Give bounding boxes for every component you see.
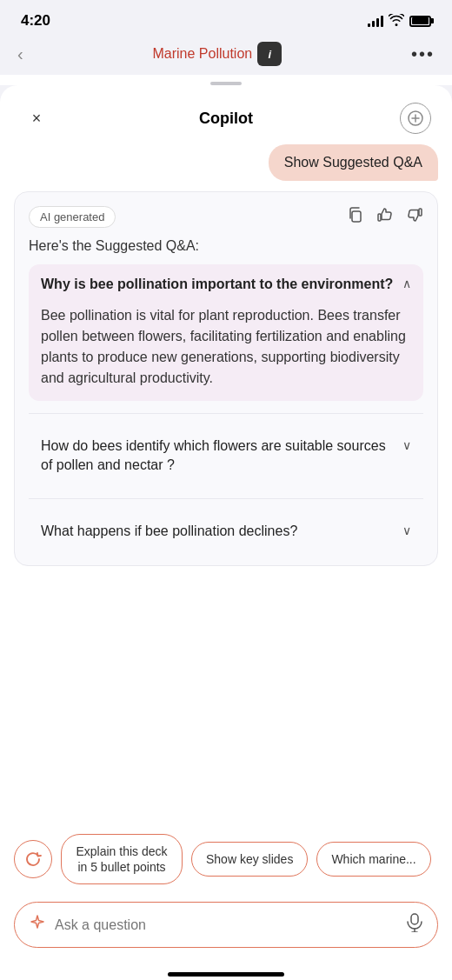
qa-item-3: What happens if bee pollination declines… bbox=[29, 511, 423, 551]
qa-question-text-1: Why is bee pollination important to the … bbox=[41, 275, 396, 294]
status-time: 4:20 bbox=[21, 12, 50, 30]
user-message-bubble: Show Suggested Q&A bbox=[269, 144, 438, 181]
qa-question-1[interactable]: Why is bee pollination important to the … bbox=[29, 264, 423, 304]
nav-bar: ‹ Marine Pollution i ••• bbox=[0, 35, 452, 75]
back-button[interactable]: ‹ bbox=[17, 44, 23, 64]
refresh-button[interactable] bbox=[14, 840, 52, 878]
panel-title: Copilot bbox=[199, 110, 253, 128]
status-icons bbox=[368, 14, 431, 29]
svg-rect-3 bbox=[352, 211, 361, 222]
suggestion-chip-1[interactable]: Explain this deck in 5 bullet points bbox=[61, 834, 183, 884]
qa-question-3[interactable]: What happens if bee pollination declines… bbox=[29, 511, 423, 551]
qa-divider-2 bbox=[29, 498, 423, 499]
thumbs-down-icon[interactable] bbox=[406, 206, 423, 228]
svg-rect-6 bbox=[411, 914, 418, 924]
nav-title-text: Marine Pollution bbox=[152, 46, 252, 62]
chat-area: Show Suggested Q&A AI generated bbox=[0, 144, 452, 825]
svg-rect-5 bbox=[419, 209, 422, 216]
input-area bbox=[0, 893, 452, 965]
ai-intro-text: Here's the Suggested Q&A: bbox=[29, 237, 423, 256]
qa-divider-1 bbox=[29, 413, 423, 414]
thumbs-up-icon[interactable] bbox=[376, 206, 394, 228]
qa-chevron-3: ∨ bbox=[402, 523, 411, 537]
panel-header: × Copilot bbox=[0, 85, 452, 144]
info-icon: i bbox=[268, 48, 271, 61]
suggestion-chip-3[interactable]: Which marine... bbox=[316, 842, 430, 877]
qa-item-1: Why is bee pollination important to the … bbox=[29, 264, 423, 400]
qa-item-2: How do bees identify which flowers are s… bbox=[29, 426, 423, 486]
nav-title-icon: i bbox=[257, 42, 282, 66]
phone-frame: 4:20 ‹ Marine Po bbox=[0, 0, 452, 980]
microphone-button[interactable] bbox=[406, 913, 423, 937]
new-chat-button[interactable] bbox=[400, 103, 431, 134]
qa-chevron-2: ∨ bbox=[402, 438, 411, 452]
copy-icon[interactable] bbox=[347, 206, 364, 228]
wifi-icon bbox=[389, 14, 404, 29]
ai-card-header: AI generated bbox=[29, 206, 423, 228]
signal-icon bbox=[368, 15, 383, 27]
qa-question-2[interactable]: How do bees identify which flowers are s… bbox=[29, 426, 423, 486]
sparkle-icon bbox=[29, 914, 46, 936]
close-button[interactable]: × bbox=[21, 103, 52, 134]
home-indicator bbox=[0, 965, 452, 980]
ask-question-input[interactable] bbox=[55, 917, 397, 933]
qa-question-text-3: What happens if bee pollination declines… bbox=[41, 522, 396, 541]
svg-rect-4 bbox=[378, 214, 381, 221]
suggestions-area: Explain this deck in 5 bullet points Sho… bbox=[0, 825, 452, 893]
suggestion-chip-2[interactable]: Show key slides bbox=[191, 842, 308, 877]
qa-answer-1: Bee pollination is vital for plant repro… bbox=[29, 305, 423, 401]
battery-icon bbox=[409, 16, 431, 27]
input-box bbox=[14, 902, 438, 948]
status-bar: 4:20 bbox=[0, 0, 452, 35]
qa-chevron-1: ∧ bbox=[402, 277, 411, 290]
main-panel: × Copilot Show Suggested Q&A AI generat bbox=[0, 85, 452, 980]
ai-response-card: AI generated bbox=[14, 191, 438, 566]
nav-title: Marine Pollution i bbox=[152, 42, 282, 66]
nav-dots-button[interactable]: ••• bbox=[411, 44, 435, 64]
ai-actions bbox=[347, 206, 423, 228]
ai-badge: AI generated bbox=[29, 206, 116, 228]
qa-question-text-2: How do bees identify which flowers are s… bbox=[41, 437, 396, 476]
home-bar bbox=[168, 972, 284, 977]
